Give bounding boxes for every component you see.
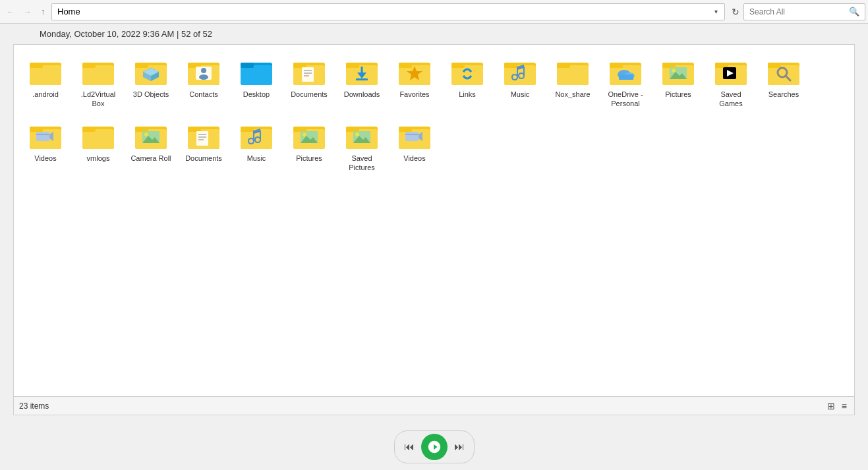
svg-rect-24 (302, 67, 314, 82)
next-button[interactable]: ⏭ (450, 438, 469, 455)
up-button[interactable]: ↑ (37, 5, 49, 19)
separator: | (177, 29, 181, 39)
folder-label: Contacts (189, 90, 217, 99)
folder-item-contacts[interactable]: Contacts (179, 51, 229, 113)
prev-button[interactable]: ⏮ (400, 438, 419, 455)
search-bar: 🔍 (743, 3, 865, 20)
folder-item-desktop[interactable]: Desktop (231, 51, 281, 113)
folder-item-favorites[interactable]: Favorites (390, 51, 440, 113)
forward-button[interactable]: → (20, 5, 36, 19)
folder-icon-favorites (399, 55, 430, 87)
folder-icon-savedpictures (346, 119, 378, 151)
svg-rect-97 (293, 127, 306, 132)
svg-rect-53 (619, 74, 633, 80)
folder-icon-nox_share (557, 55, 589, 87)
folder-label: Pictures (296, 154, 322, 163)
nav-arrows: ← → ↑ (3, 5, 49, 19)
folder-item-3dobjects[interactable]: 3D Objects (126, 51, 176, 113)
folder-label: Documents (185, 154, 222, 163)
folder-label: Videos (34, 154, 56, 163)
folder-icon-links (451, 55, 483, 87)
folder-icon-cameraroll (135, 119, 167, 151)
folder-item-vmlogs[interactable]: vmlogs (73, 115, 123, 177)
folder-item-links[interactable]: Links (442, 51, 492, 113)
svg-rect-87 (188, 127, 201, 132)
folder-label: Documents (291, 90, 328, 99)
folder-icon-downloads (346, 55, 378, 87)
folder-item-downloads[interactable]: Downloads (337, 51, 387, 113)
svg-rect-30 (346, 63, 359, 68)
main-content-area: .android .Ld2Virtual Box 3D Objects Cont… (13, 44, 855, 397)
folder-item-savedgames[interactable]: Saved Games (706, 51, 756, 113)
folder-icon-desktop (241, 55, 272, 87)
folder-icon-music2 (241, 119, 272, 151)
list-view-button[interactable]: ≡ (840, 399, 849, 413)
svg-rect-77 (82, 129, 114, 149)
svg-rect-23 (293, 63, 306, 68)
folder-item-onedrive[interactable]: OneDrive - Personal (600, 51, 651, 113)
folder-label: 3D Objects (133, 90, 169, 99)
svg-rect-103 (346, 127, 359, 132)
status-bar: 23 items ⊞ ≡ (13, 397, 855, 415)
folder-label: Saved Games (709, 90, 753, 109)
back-button[interactable]: ← (3, 5, 18, 19)
folder-label: Favorites (399, 90, 429, 99)
folder-icon-vmlogs (82, 119, 114, 151)
folder-label: Searches (768, 90, 799, 99)
folder-item-pictures2[interactable]: Pictures (284, 115, 334, 177)
svg-rect-110 (405, 132, 419, 141)
svg-rect-94 (241, 127, 254, 132)
details-view-button[interactable]: ⊞ (825, 399, 837, 413)
folder-item-videos[interactable]: Videos (20, 115, 71, 177)
folder-icon-videos (30, 119, 61, 151)
svg-rect-88 (196, 131, 208, 146)
folder-item-ld2virtualbox[interactable]: .Ld2Virtual Box (73, 51, 123, 113)
folder-item-savedpictures[interactable]: Saved Pictures (337, 115, 387, 177)
address-input[interactable] (57, 7, 713, 16)
folder-icon-videos2 (399, 119, 430, 151)
folder-item-android[interactable]: .android (20, 51, 71, 113)
folder-item-documents2[interactable]: Documents (179, 115, 229, 177)
search-button[interactable]: 🔍 (849, 7, 859, 16)
svg-rect-20 (241, 63, 254, 68)
folder-item-music[interactable]: Music (495, 51, 545, 113)
folder-label: Pictures (665, 90, 691, 99)
folder-icon-3dobjects (135, 55, 167, 87)
svg-point-99 (303, 132, 306, 136)
refresh-button[interactable]: ↻ (728, 4, 743, 20)
play-button[interactable] (421, 434, 448, 460)
svg-rect-46 (557, 65, 589, 85)
playback-container: ⏮ ⏭ (394, 430, 475, 463)
folder-label: Camera Roll (130, 154, 171, 163)
svg-rect-44 (504, 63, 517, 68)
folder-label: Links (459, 90, 476, 99)
info-bar: Monday, October 10, 2022 9:36 AM | 52 of… (0, 24, 868, 44)
folder-icon-pictures2 (293, 119, 325, 151)
folder-item-nox_share[interactable]: Nox_share (548, 51, 598, 113)
svg-point-58 (672, 69, 676, 73)
svg-point-83 (144, 132, 148, 136)
folder-label: vmlogs (87, 154, 110, 163)
folder-item-videos2[interactable]: Videos (390, 115, 440, 177)
svg-rect-47 (557, 63, 570, 68)
folder-item-cameraroll[interactable]: Camera Roll (126, 115, 176, 177)
folder-label: Videos (403, 154, 425, 163)
folder-icon-savedgames (715, 55, 747, 87)
playback-bar: ⏮ ⏭ (0, 430, 868, 463)
address-bar: ▾ (51, 3, 725, 20)
svg-rect-50 (610, 63, 623, 68)
navigation-bar: ← → ↑ ▾ ↻ 🔍 (0, 0, 868, 24)
folder-label: .android (32, 90, 59, 99)
folder-item-searches[interactable]: Searches (759, 51, 809, 113)
folder-icon-contacts (188, 55, 219, 87)
folder-icon-onedrive (610, 55, 641, 87)
folder-item-pictures[interactable]: Pictures (653, 51, 703, 113)
svg-rect-109 (399, 127, 412, 132)
address-dropdown-button[interactable]: ▾ (713, 8, 719, 15)
folder-item-documents[interactable]: Documents (284, 51, 334, 113)
svg-rect-72 (30, 127, 43, 132)
folder-icon-android (30, 55, 61, 87)
count-label: 52 of 52 (181, 29, 212, 39)
folder-item-music2[interactable]: Music (231, 115, 281, 177)
search-input[interactable] (749, 7, 849, 16)
